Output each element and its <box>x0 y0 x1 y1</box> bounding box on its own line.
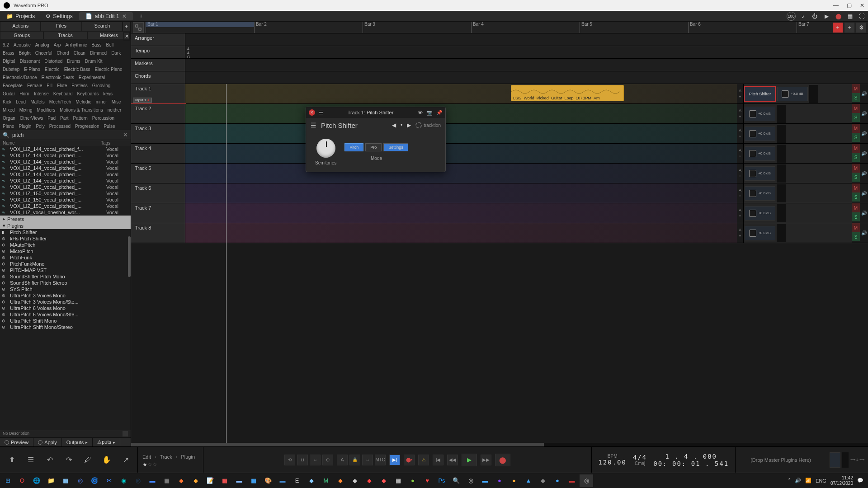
mute-button[interactable]: M <box>852 84 860 93</box>
plugin-row[interactable]: ⊙SoundShifter Pitch Stereo <box>0 280 131 286</box>
volume-slot[interactable]: +0.0 dB <box>745 166 775 181</box>
input-selector[interactable]: Input 1 ● <box>133 98 152 103</box>
taskbar-epic[interactable]: E <box>290 474 304 487</box>
tag-item[interactable]: Poly <box>36 122 44 130</box>
cpu-badge[interactable]: 100 <box>787 12 796 21</box>
track-lane[interactable] <box>185 164 737 183</box>
plugin-pin-icon[interactable]: 📌 <box>436 110 443 116</box>
taskbar-app8[interactable]: ▦ <box>218 474 231 487</box>
tag-item[interactable]: Intense <box>34 90 49 98</box>
tag-item[interactable]: Digital <box>3 57 15 66</box>
taskbar-explorer[interactable]: 📁 <box>44 474 58 487</box>
add-plugin-button[interactable]: + <box>739 214 741 218</box>
tag-item[interactable]: Keyboard <box>53 90 73 98</box>
hand-tool-button[interactable]: ✋ <box>100 454 113 466</box>
speaker-icon[interactable]: 🔊 <box>860 183 868 203</box>
tray-clock[interactable]: 11:42 07/12/2020 <box>830 475 853 486</box>
tag-item[interactable]: OtherViews <box>20 114 43 122</box>
taskbar-notes[interactable]: 📝 <box>203 474 217 487</box>
loop-button[interactable]: ⟲ <box>284 455 295 465</box>
track-header[interactable]: Track 4 <box>131 144 185 163</box>
tag-item[interactable]: Dimmed <box>90 49 107 57</box>
tag-item[interactable]: Mixing <box>19 106 33 114</box>
preview-button[interactable]: Preview <box>0 438 33 446</box>
plugin-row[interactable]: ⊙UltraPitch 6 Voices Mono/Ste... <box>0 311 131 318</box>
auto-scroll-button[interactable]: A <box>337 455 348 465</box>
edit-tool-button[interactable]: 🖊 <box>81 454 94 466</box>
tag-item[interactable]: Analog <box>35 41 49 49</box>
global-track-body[interactable] <box>185 59 868 71</box>
arrange-scrollbar[interactable] <box>131 443 868 446</box>
automation-toggle[interactable]: A <box>739 89 741 93</box>
speaker-icon[interactable]: 🔊 <box>860 124 868 143</box>
plugin-options-button[interactable]: ☰ <box>311 122 316 129</box>
sidebar-tab-search[interactable]: Search <box>82 22 123 31</box>
taskbar-app25[interactable]: ▲ <box>522 474 535 487</box>
track-lane[interactable] <box>185 124 737 143</box>
projects-menu[interactable]: 📁 Projects <box>2 12 39 20</box>
taskbar-app18[interactable]: ▦ <box>392 474 405 487</box>
track-lane[interactable] <box>185 144 737 163</box>
automation-toggle[interactable]: A <box>739 188 741 192</box>
breadcrumb-edit[interactable]: Edit <box>142 454 151 460</box>
taskbar-app4[interactable]: ▬ <box>146 474 159 487</box>
automation-toggle[interactable]: A <box>739 128 741 133</box>
play-indicator-icon[interactable]: ▶ <box>822 12 831 21</box>
plugin-bypass-icon[interactable]: 👁 <box>418 110 423 116</box>
sidebar-tab-groups[interactable]: Groups <box>0 31 43 39</box>
file-row[interactable]: ∿VOX_LIZ_144_vocal_pitched_f...Vocal <box>0 146 131 152</box>
tag-item[interactable]: keys <box>103 90 113 98</box>
plugin-next-preset[interactable]: ▶ <box>407 122 411 128</box>
taskbar-app9[interactable]: ▬ <box>232 474 246 487</box>
tray-lang[interactable]: ENG <box>816 478 826 483</box>
file-row[interactable]: ∿VOX_LIZ_144_vocal_pitched_...Vocal <box>0 152 131 159</box>
tag-item[interactable]: Bass <box>91 41 101 49</box>
sidebar-add-button[interactable]: ＋ <box>123 22 131 31</box>
taskbar-app14[interactable]: M <box>319 474 333 487</box>
tag-item[interactable]: Organ <box>3 114 15 122</box>
tag-item[interactable]: Fretless <box>71 82 88 90</box>
taskbar-app7[interactable]: ◆ <box>189 474 203 487</box>
minimize-button[interactable]: — <box>833 2 839 9</box>
taskbar-obs[interactable]: ◎ <box>464 474 477 487</box>
tag-item[interactable]: Drum Kit <box>85 57 103 66</box>
tag-item[interactable]: Electric <box>45 66 60 74</box>
add-plugin-button[interactable]: + <box>739 234 741 238</box>
document-tab[interactable]: 📄 abb Edit 1 ✕ <box>79 12 133 20</box>
play-button[interactable]: ▶ <box>462 454 477 466</box>
tag-item[interactable]: Distorted <box>44 57 62 66</box>
taskbar-app12[interactable]: ▬ <box>276 474 289 487</box>
tag-item[interactable]: Part <box>60 114 68 122</box>
plugin-row[interactable]: ⊙PITCHMAP VST <box>0 267 131 273</box>
add-plugin-button[interactable]: + <box>739 194 741 198</box>
tag-item[interactable]: Brass <box>3 49 14 57</box>
search-clear-button[interactable]: ✕ <box>123 131 128 138</box>
plugin-row[interactable]: ⊙kHs Pitch Shifter <box>0 235 131 242</box>
speaker-icon[interactable]: 🔊 <box>860 164 868 183</box>
mode-settings-button[interactable]: Settings <box>383 143 408 151</box>
click-button[interactable]: ↔ <box>310 455 321 465</box>
taskbar-mail[interactable]: ✉ <box>102 474 116 487</box>
speaker-icon[interactable]: 🔊 <box>860 203 868 223</box>
tag-item[interactable]: Progression <box>75 122 99 130</box>
track-header[interactable]: Track 2 <box>131 104 185 123</box>
taskbar-app3[interactable]: ◉ <box>117 474 130 487</box>
file-row[interactable]: ∿VOX_LIZ_144_vocal_pitched_...Vocal <box>0 178 131 184</box>
track-lane[interactable]: LSI2_World_Picked_Guitar_Loop_107BPM_Am <box>185 84 737 103</box>
plugin-row[interactable]: ⊙MAutoPitch <box>0 242 131 248</box>
taskbar-app16[interactable]: ◆ <box>363 474 376 487</box>
plugin-preset-indicator[interactable]: • <box>401 122 402 128</box>
audio-clip[interactable]: LSI2_World_Picked_Guitar_Loop_107BPM_Am <box>511 85 624 101</box>
taskbar-app5[interactable]: ▦ <box>160 474 174 487</box>
volume-slot[interactable]: +0.0 dB <box>745 226 775 240</box>
export-button[interactable]: ⬆ <box>5 454 18 466</box>
speaker-icon[interactable]: 🔊 <box>860 144 868 163</box>
scrollbar-thumb[interactable] <box>131 443 544 446</box>
plugin-row[interactable]: ⊙PitchFunk <box>0 254 131 261</box>
volume-slot[interactable]: +0.0 dB <box>745 206 775 221</box>
mute-button[interactable]: M <box>852 144 860 153</box>
global-track-body[interactable]: 44C <box>185 46 868 58</box>
power-icon[interactable]: ⏻ <box>810 12 819 21</box>
add-plugin-button[interactable]: + <box>739 94 741 99</box>
taskbar-app28[interactable]: ▬ <box>565 474 579 487</box>
